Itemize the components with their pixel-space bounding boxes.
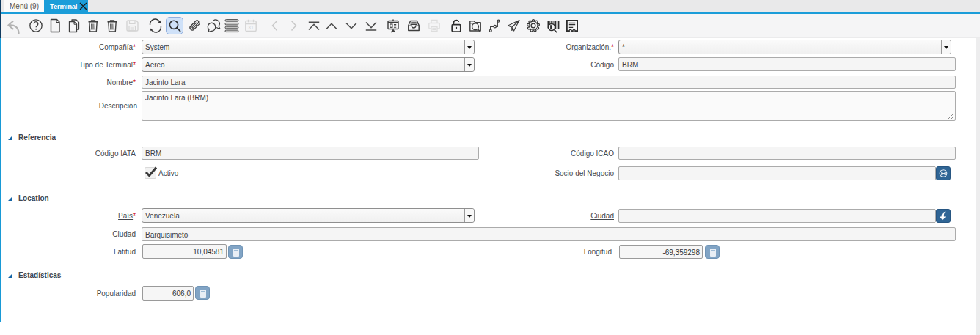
svg-text:31: 31 — [248, 25, 254, 30]
